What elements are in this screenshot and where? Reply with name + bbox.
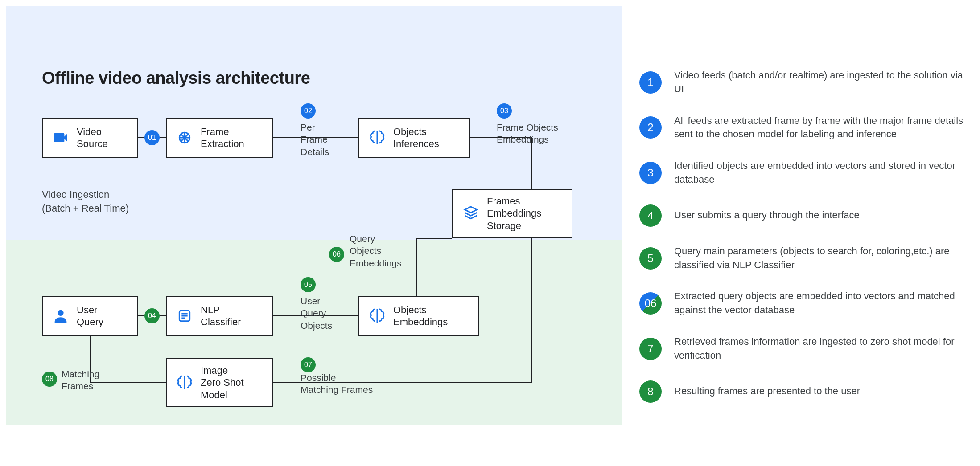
diagram-badge-07: 07 [301,357,316,372]
node-label: Frame Extraction [201,126,244,150]
node-label: Frames Embeddings Storage [487,195,541,232]
legend-badge: 1 [639,71,662,94]
architecture-diagram: Offline video analysis architecture Vide… [6,6,622,425]
legend-text: Retrieved frames information are ingeste… [674,335,974,363]
legend-item-7: 7 Retrieved frames information are inges… [639,335,974,363]
brain-icon [366,304,389,327]
legend-item-6: 06 Extracted query objects are embedded … [639,290,974,317]
diagram-badge-08: 08 [42,372,57,387]
node-nlp-classifier: NLP Classifier [166,296,273,336]
node-user-query: User Query [42,296,138,336]
node-label: Image Zero Shot Model [201,364,244,401]
legend-badge: 3 [639,162,662,184]
diagram-badge-04: 04 [144,308,160,323]
page: Offline video analysis architecture Vide… [6,6,974,460]
legend-item-2: 2 All feeds are extracted frame by frame… [639,114,974,142]
diagram-title: Offline video analysis architecture [42,69,310,88]
legend-text: Query main parameters (objects to search… [674,245,974,272]
connector [416,238,417,296]
legend-text: All feeds are extracted frame by frame w… [674,114,974,142]
legend-text: Extracted query objects are embedded int… [674,290,974,317]
legend-text: Video feeds (batch and/or realtime) are … [674,69,974,96]
connector [531,238,532,383]
node-label: User Query [77,304,103,328]
legend-item-8: 8 Resulting frames are presented to the … [639,380,974,403]
diagram-badge-05: 05 [301,277,316,292]
legend-badge: 2 [639,116,662,139]
legend-badge: 4 [639,204,662,227]
connector [90,382,166,383]
ingestion-caption: Video Ingestion (Batch + Real Time) [42,188,129,216]
node-embed-storage: Frames Embeddings Storage [452,189,572,238]
legend-text: Identified objects are embedded into vec… [674,159,974,187]
diagram-badge-03: 03 [497,103,512,119]
legend-badge: 06 [639,292,662,315]
conn-label-05: User Query Objects [301,295,332,331]
frames-icon [173,126,196,149]
conn-label-02: Per Frame Details [301,121,329,158]
connector [416,238,452,239]
conn-label-08: Matching Frames [62,368,99,392]
svg-point-1 [58,310,63,316]
conn-label-03: Frame Objects Embeddings [497,121,558,146]
node-video-source: Video Source [42,118,138,158]
database-icon [459,202,482,225]
diagram-badge-02: 02 [301,103,316,119]
legend-badge: 5 [639,247,662,270]
legend-item-4: 4 User submits a query through the inter… [639,204,974,227]
user-icon [49,304,72,327]
legend-item-5: 5 Query main parameters (objects to sear… [639,245,974,272]
legend-text: Resulting frames are presented to the us… [674,384,860,398]
diagram-badge-01: 01 [144,130,160,145]
legend-item-3: 3 Identified objects are embedded into v… [639,159,974,187]
nlp-icon [173,304,196,327]
video-camera-icon [49,126,72,149]
node-label: Objects Inferences [393,126,439,150]
legend-badge: 8 [639,380,662,403]
conn-label-07: Possible Matching Frames [301,372,373,396]
node-label: Video Source [77,126,108,150]
legend-item-1: 1 Video feeds (batch and/or realtime) ar… [639,69,974,96]
node-objects-embeddings: Objects Embeddings [358,296,479,336]
diagram-badge-06: 06 [329,247,344,262]
conn-label-06: Query Objects Embeddings [350,233,402,269]
brain-icon [366,126,389,149]
legend: 1 Video feeds (batch and/or realtime) ar… [639,69,974,460]
legend-badge: 7 [639,338,662,360]
node-zero-shot: Image Zero Shot Model [166,358,273,407]
node-label: Objects Embeddings [393,304,448,328]
node-objects-inferences: Objects Inferences [358,118,470,158]
node-label: NLP Classifier [201,304,241,328]
node-frame-extraction: Frame Extraction [166,118,273,158]
legend-text: User submits a query through the interfa… [674,208,860,222]
brain-icon [173,371,196,394]
